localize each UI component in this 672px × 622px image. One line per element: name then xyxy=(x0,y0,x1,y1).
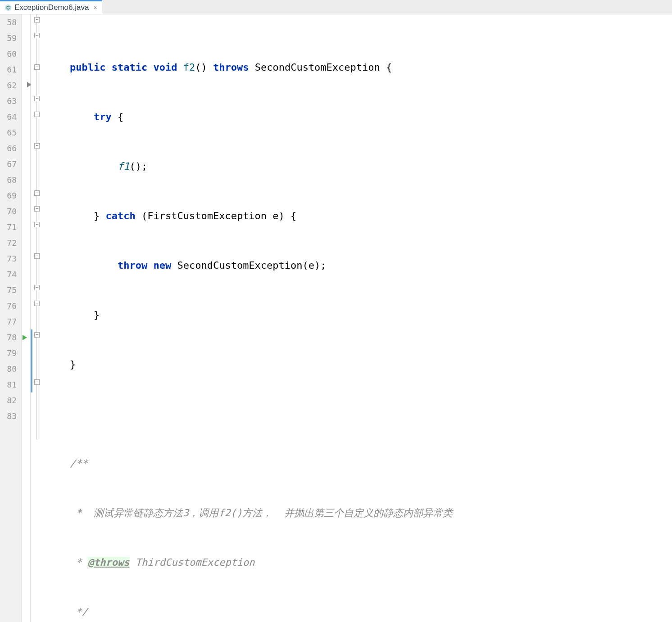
code-line[interactable]: } xyxy=(42,307,672,323)
line-number[interactable]: 78 xyxy=(0,329,17,345)
line-number[interactable]: 62 xyxy=(0,77,17,93)
editor-tab[interactable]: C ExceptionDemo6.java × xyxy=(0,0,102,14)
fold-toggle-icon[interactable]: − xyxy=(34,190,40,196)
run-icon[interactable] xyxy=(23,335,27,340)
line-number[interactable]: 79 xyxy=(0,345,17,361)
fold-toggle-icon[interactable]: − xyxy=(34,301,40,306)
code-line[interactable] xyxy=(42,406,672,422)
code-line[interactable]: try { xyxy=(42,109,672,125)
svg-text:C: C xyxy=(6,5,10,10)
fold-toggle-icon[interactable]: − xyxy=(34,379,40,385)
line-number[interactable]: 72 xyxy=(0,235,17,251)
line-number-gutter[interactable]: 5859606162636465666768697071727374757677… xyxy=(0,14,22,622)
line-number[interactable]: 82 xyxy=(0,392,17,408)
code-line[interactable]: /** xyxy=(42,455,672,471)
code-line[interactable]: f1(); xyxy=(42,158,672,174)
line-number[interactable]: 59 xyxy=(0,30,17,46)
change-marker xyxy=(31,329,32,392)
line-number[interactable]: 64 xyxy=(0,109,17,125)
fold-toggle-icon[interactable]: − xyxy=(34,17,40,23)
fold-toggle-icon[interactable]: − xyxy=(34,96,40,101)
code-area[interactable]: public static void f2() throws SecondCus… xyxy=(42,14,672,622)
code-line[interactable]: throw new SecondCustomException(e); xyxy=(42,257,672,273)
line-number[interactable]: 70 xyxy=(0,203,17,219)
tab-bar: C ExceptionDemo6.java × xyxy=(0,0,672,14)
line-number[interactable]: 68 xyxy=(0,172,17,188)
fold-gutter[interactable]: − − − − − − − − − − − − − − xyxy=(33,14,42,622)
fold-toggle-icon[interactable]: − xyxy=(34,285,40,290)
editor-area[interactable]: 5859606162636465666768697071727374757677… xyxy=(0,14,672,622)
fold-toggle-icon[interactable]: − xyxy=(34,33,40,38)
line-number[interactable]: 61 xyxy=(0,62,17,77)
java-class-icon: C xyxy=(5,4,12,11)
line-number[interactable]: 77 xyxy=(0,314,17,329)
code-line[interactable]: * @throws ThirdCustomException xyxy=(42,554,672,570)
line-number[interactable]: 83 xyxy=(0,408,17,424)
fold-toggle-icon[interactable]: − xyxy=(34,64,40,70)
code-line[interactable]: } catch (FirstCustomException e) { xyxy=(42,208,672,224)
line-number[interactable]: 67 xyxy=(0,156,17,172)
line-number[interactable]: 66 xyxy=(0,140,17,156)
fold-toggle-icon[interactable]: − xyxy=(34,332,40,338)
line-number[interactable]: 58 xyxy=(0,14,17,30)
line-number[interactable]: 81 xyxy=(0,377,17,392)
marker-gutter xyxy=(22,14,31,622)
fold-toggle-icon[interactable]: − xyxy=(34,222,40,227)
line-number[interactable]: 74 xyxy=(0,266,17,282)
line-number[interactable]: 69 xyxy=(0,188,17,203)
code-line[interactable]: public static void f2() throws SecondCus… xyxy=(42,59,672,75)
line-number[interactable]: 63 xyxy=(0,93,17,109)
fold-toggle-icon[interactable]: − xyxy=(34,253,40,259)
line-number[interactable]: 76 xyxy=(0,298,17,314)
line-number[interactable]: 60 xyxy=(0,46,17,62)
line-number[interactable]: 73 xyxy=(0,251,17,266)
fold-toggle-icon[interactable]: − xyxy=(34,112,40,117)
line-number[interactable]: 71 xyxy=(0,219,17,235)
code-line[interactable]: * 测试异常链静态方法3，调用f2()方法， 并抛出第三个自定义的静态内部异常类 xyxy=(42,505,672,521)
close-icon[interactable]: × xyxy=(93,4,97,11)
line-number[interactable]: 75 xyxy=(0,282,17,298)
tab-filename: ExceptionDemo6.java xyxy=(14,3,89,12)
fold-toggle-icon[interactable]: − xyxy=(34,143,40,149)
line-number[interactable]: 65 xyxy=(0,125,17,140)
fold-toggle-icon[interactable]: − xyxy=(34,206,40,212)
line-number[interactable]: 80 xyxy=(0,361,17,377)
code-line[interactable]: */ xyxy=(42,604,672,620)
code-line[interactable]: } xyxy=(42,356,672,372)
